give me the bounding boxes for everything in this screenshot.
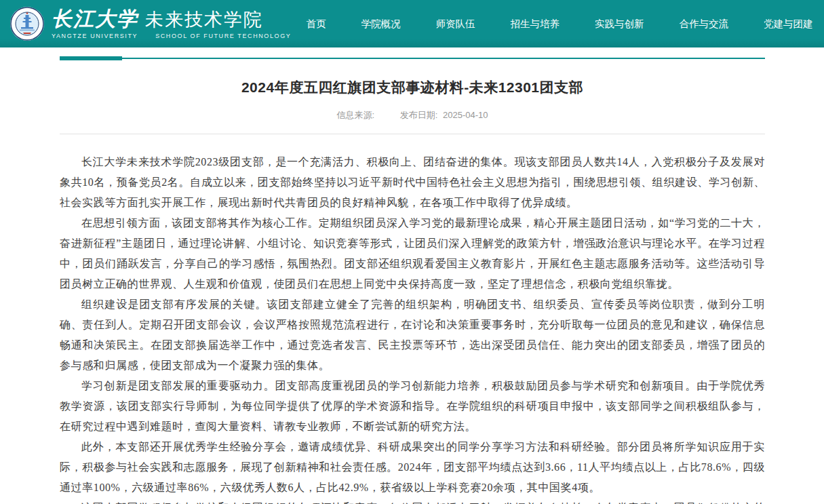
nav-item-practice-innovation[interactable]: 实践与创新 <box>580 12 659 36</box>
article-title: 2024年度五四红旗团支部事迹材料-未来12301团支部 <box>60 78 765 97</box>
article-paragraph: 在思想引领方面，该团支部将其作为核心工作。定期组织团员深入学习党的最新理论成果，… <box>60 213 765 294</box>
meta-source-label: 信息来源: <box>337 110 375 120</box>
logo-university-name-en: YANGTZE UNIVERSITY <box>52 33 138 39</box>
nav-item-college-overview[interactable]: 学院概况 <box>346 12 415 36</box>
accent-line-thin-segment <box>122 58 765 59</box>
accent-line <box>60 56 765 60</box>
university-emblem-icon <box>9 6 45 41</box>
nav-item-cooperation-exchange[interactable]: 合作与交流 <box>664 12 743 36</box>
article-meta: 信息来源: 发布日期: 2025-04-10 <box>60 109 765 121</box>
logo-school-name-en: SCHOOL OF FUTURE TECHNOLOGY <box>155 33 291 39</box>
logo-text: 长江大学 未来技术学院 YANGTZE UNIVERSITY SCHOOL OF… <box>52 9 291 39</box>
main-nav: 首页 学院概况 师资队伍 招生与培养 实践与创新 合作与交流 党建与团建 下载专… <box>291 12 824 36</box>
logo[interactable]: 长江大学 未来技术学院 YANGTZE UNIVERSITY SCHOOL OF… <box>9 6 291 41</box>
article-paragraph: 学习创新是团支部发展的重要驱动力。团支部高度重视团员的学习创新能力培养，积极鼓励… <box>60 376 765 437</box>
article-container: 2024年度五四红旗团支部事迹材料-未来12301团支部 信息来源: 发布日期:… <box>60 56 765 504</box>
site-header: 长江大学 未来技术学院 YANGTZE UNIVERSITY SCHOOL OF… <box>0 0 824 47</box>
article-paragraph: 长江大学未来技术学院2023级团支部，是一个充满活力、积极向上、团结奋进的集体。… <box>60 152 765 213</box>
nav-item-home[interactable]: 首页 <box>291 12 340 36</box>
meta-date-value: 2025-04-10 <box>443 110 488 120</box>
nav-item-party-league[interactable]: 党建与团建 <box>749 12 824 36</box>
meta-date-label: 发布日期: <box>400 110 438 120</box>
logo-university-name: 长江大学 <box>52 9 138 29</box>
article-body: 长江大学未来技术学院2023级团支部，是一个充满活力、积极向上、团结奋进的集体。… <box>60 152 765 504</box>
article-paragraph: 组织建设是团支部有序发展的关键。该团支部建立健全了完善的组织架构，明确团支书、组… <box>60 294 765 376</box>
accent-line-thick-segment <box>60 56 122 60</box>
nav-item-faculty[interactable]: 师资队伍 <box>420 12 490 36</box>
logo-school-name: 未来技术学院 <box>145 11 263 29</box>
article-paragraph: 此外，本支部还开展优秀学生经验分享会，邀请成绩优异、科研成果突出的同学分享学习方… <box>60 437 765 498</box>
nav-item-admissions[interactable]: 招生与培养 <box>495 12 574 36</box>
meta-divider <box>60 134 765 134</box>
article-paragraph: 该团支部同学积极参与学校和上级团组织的各项评比和竞赛，每位同志都活力四射，发挥着… <box>60 498 765 504</box>
